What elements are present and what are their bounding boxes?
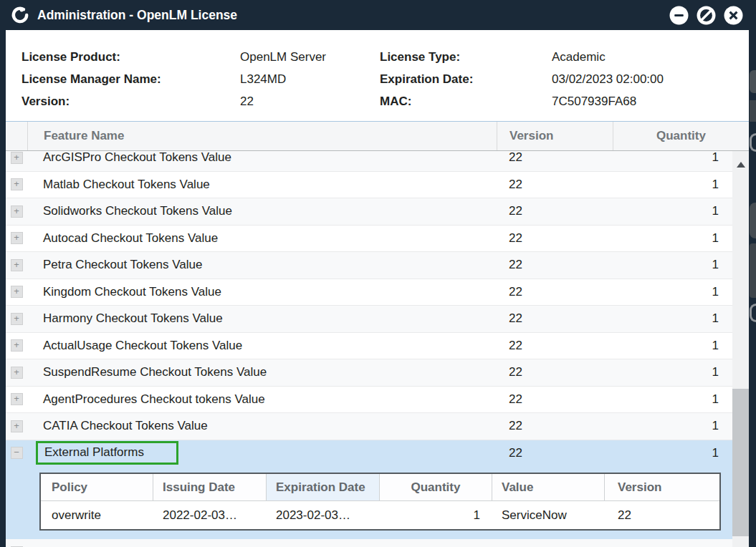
expander-icon[interactable]: + [11, 286, 23, 298]
expander-icon[interactable]: + [11, 259, 23, 271]
feature-quantity: 1 [613, 285, 732, 299]
feature-quantity: 1 [613, 446, 732, 460]
table-row[interactable]: + SuspendResume Checkout Tokens Value 22… [6, 359, 732, 387]
table-row[interactable]: + ArcGISPro Checkout Tokens Value 22 1 [6, 151, 732, 172]
license-type-value: Academic [552, 46, 664, 68]
background-window-fragment [750, 203, 756, 238]
openlm-logo-icon [11, 6, 29, 24]
expander-icon[interactable]: − [11, 447, 23, 459]
window-right-border [749, 0, 756, 547]
quantity-column-header[interactable]: Quantity [380, 474, 492, 500]
expander-cell: + [6, 259, 27, 271]
value-column-header[interactable]: Value [492, 474, 605, 500]
expander-cell: + [6, 367, 27, 379]
table-row[interactable]: + CATIA Checkout Tokens Value 22 1 [6, 413, 732, 440]
table-row[interactable]: + External Platforms 22 1 [6, 539, 732, 547]
feature-name: SuspendResume Checkout Tokens Value [43, 365, 267, 379]
feature-name: ArcGISPro Checkout Tokens Value [43, 151, 231, 164]
issuing-date-cell: 2022-02-03… [153, 508, 267, 523]
expiration-date-cell: 2023-02-03… [267, 508, 380, 523]
expander-cell: + [6, 178, 27, 190]
feature-name: Matlab Checkout Tokens Value [43, 178, 210, 191]
expander-icon[interactable]: + [11, 232, 23, 244]
mac-label: MAC: [380, 90, 473, 112]
table-row[interactable]: + Solidworks Checkout Tokens Value 22 1 [6, 198, 732, 226]
background-window-fragment [750, 70, 756, 93]
table-row[interactable]: + Petra Checkout Tokens Value 22 1 [6, 252, 732, 279]
expanded-row-detail: Policy Issuing Date Expiration Date Quan… [6, 467, 732, 539]
feature-version: 22 [497, 285, 613, 299]
feature-version: 22 [497, 446, 613, 460]
license-manager-name-label: License Manager Name: [21, 68, 161, 90]
table-row[interactable]: + Kingdom Checkout Tokens Value 22 1 [6, 279, 732, 306]
expander-cell: + [6, 420, 27, 432]
table-row[interactable]: + Autocad Checkout Tokens Value 22 1 [6, 226, 732, 253]
expander-cell: + [6, 313, 27, 325]
scroll-up-button[interactable] [732, 157, 749, 173]
license-info-panel: License Product: License Manager Name: V… [6, 30, 749, 122]
feature-quantity: 1 [613, 204, 732, 218]
expander-cell: + [6, 205, 27, 218]
expander-icon[interactable]: + [11, 420, 23, 432]
feature-version: 22 [497, 311, 613, 326]
feature-name-column-header[interactable]: Feature Name [27, 122, 497, 150]
feature-quantity: 1 [613, 365, 732, 379]
feature-version: 22 [497, 419, 613, 433]
vertical-scrollbar[interactable] [732, 151, 749, 547]
feature-version: 22 [497, 365, 613, 379]
feature-version: 22 [497, 392, 613, 407]
expander-cell: − [6, 447, 27, 459]
mac-value: 7C507939FA68 [552, 90, 664, 112]
block-button[interactable] [697, 6, 716, 25]
feature-name: External Platforms [36, 441, 178, 465]
minimize-button[interactable] [669, 6, 689, 25]
table-row[interactable]: + Matlab Checkout Tokens Value 22 1 [6, 172, 732, 199]
feature-name: Petra Checkout Tokens Value [43, 258, 202, 271]
feature-version: 22 [497, 178, 613, 192]
expander-icon[interactable]: + [11, 178, 23, 190]
table-row[interactable]: + ActualUsage Checkout Tokens Value 22 1 [6, 333, 732, 360]
expander-icon[interactable]: + [11, 313, 23, 325]
feature-version: 22 [497, 231, 613, 246]
expiration-date-value: 03/02/2023 02:00:00 [552, 68, 664, 90]
policy-subtable-header: Policy Issuing Date Expiration Date Quan… [41, 474, 719, 501]
feature-quantity: 1 [613, 392, 732, 407]
features-table-body: + ArcGISPro Checkout Tokens Value 22 1 +… [6, 151, 749, 547]
license-manager-name-value: L324MD [240, 68, 326, 90]
feature-version: 22 [497, 258, 613, 272]
expander-icon[interactable]: + [11, 393, 23, 405]
expander-icon[interactable]: + [11, 367, 23, 379]
expiration-date-column-header[interactable]: Expiration Date [267, 474, 380, 500]
window-controls [669, 6, 743, 25]
feature-name: Kingdom Checkout Tokens Value [43, 285, 221, 299]
policy-column-header[interactable]: Policy [41, 474, 153, 500]
table-row[interactable]: + Harmony Checkout Tokens Value 22 1 [6, 306, 732, 333]
titlebar: Administration - OpenLM License [0, 0, 756, 30]
expander-icon[interactable]: + [11, 152, 23, 164]
feature-version: 22 [497, 204, 613, 218]
quantity-cell: 1 [380, 508, 492, 523]
scrollbar-thumb[interactable] [732, 389, 749, 536]
feature-name: Harmony Checkout Tokens Value [43, 311, 223, 325]
scroll-up-icon [737, 162, 745, 168]
license-product-value: OpenLM Server [240, 46, 326, 68]
version-column-header[interactable]: Version [605, 474, 719, 500]
table-row[interactable]: + AgentProcedures Checkout tokens Value … [6, 387, 732, 414]
close-button[interactable] [724, 6, 743, 25]
background-window-fragment [750, 133, 756, 152]
table-row[interactable]: − External Platforms 22 1 [6, 440, 732, 468]
quantity-column-header[interactable]: Quantity [613, 122, 749, 150]
feature-name: AgentProcedures Checkout tokens Value [43, 392, 265, 406]
feature-quantity: 1 [613, 258, 732, 272]
expander-cell: + [6, 152, 27, 164]
expander-icon[interactable]: + [11, 339, 23, 352]
issuing-date-column-header[interactable]: Issuing Date [153, 474, 267, 500]
license-product-label: License Product: [21, 46, 161, 68]
expander-icon[interactable]: + [11, 205, 23, 218]
feature-quantity: 1 [613, 151, 732, 165]
version-column-header[interactable]: Version [497, 122, 613, 150]
window-title: Administration - OpenLM License [37, 8, 237, 23]
policy-subtable: Policy Issuing Date Expiration Date Quan… [39, 473, 721, 531]
policy-subtable-row[interactable]: overwrite 2022-02-03… 2023-02-03… 1 Serv… [41, 501, 719, 529]
feature-version: 22 [497, 151, 613, 165]
